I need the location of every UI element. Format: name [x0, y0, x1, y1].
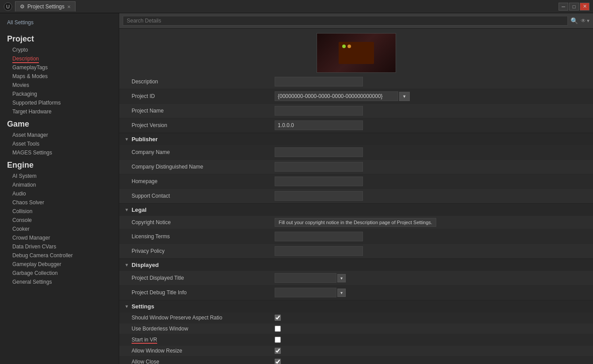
- allow-window-resize-checkbox[interactable]: [275, 348, 281, 354]
- company-name-label: Company Name: [125, 149, 275, 155]
- legal-section-label: Legal: [132, 206, 147, 213]
- project-id-input-row: ▾: [275, 91, 410, 101]
- project-settings-tab[interactable]: ⚙ Project Settings ✕: [15, 1, 76, 11]
- sidebar-item-asset-tools[interactable]: Asset Tools: [0, 139, 119, 148]
- sidebar-item-collision[interactable]: Collision: [0, 207, 119, 216]
- use-borderless-window-row: Use Borderless Window: [119, 323, 593, 334]
- sidebar-item-gameplaytags[interactable]: GameplayTags: [0, 63, 119, 72]
- use-borderless-window-value: [275, 326, 588, 332]
- allow-window-resize-value: [275, 348, 588, 354]
- sidebar: All Settings Project Crypto Description …: [0, 13, 119, 364]
- homepage-value: [275, 176, 588, 186]
- use-borderless-window-checkbox[interactable]: [275, 326, 281, 332]
- content-area: 🔍 👁 ▾ Description Project ID: [119, 13, 593, 364]
- privacy-policy-row: Privacy Policy: [119, 244, 593, 259]
- publisher-section-header[interactable]: ▼ Publisher: [119, 133, 593, 145]
- sidebar-item-cooker[interactable]: Cooker: [0, 225, 119, 233]
- description-label: Description: [125, 79, 275, 85]
- support-contact-input[interactable]: [275, 191, 363, 201]
- sidebar-item-animation[interactable]: Animation: [0, 180, 119, 189]
- project-displayed-title-label: Project Displayed Title: [125, 275, 275, 281]
- displayed-section-label: Displayed: [132, 262, 159, 268]
- start-in-vr-label: Start in VR: [125, 337, 275, 343]
- should-window-preserve-checkbox[interactable]: [275, 315, 281, 321]
- search-bar: 🔍 👁 ▾: [119, 13, 593, 29]
- sidebar-item-garbage-collection[interactable]: Garbage Collection: [0, 269, 119, 278]
- allow-close-checkbox[interactable]: [275, 359, 281, 364]
- homepage-input[interactable]: [275, 176, 363, 186]
- legal-section-header[interactable]: ▼ Legal: [119, 203, 593, 216]
- sidebar-item-description[interactable]: Description: [0, 54, 119, 63]
- settings-section-label: Settings: [132, 303, 154, 310]
- all-settings-link[interactable]: All Settings: [0, 18, 119, 27]
- sidebar-item-audio[interactable]: Audio: [0, 189, 119, 198]
- project-name-input[interactable]: [275, 106, 363, 116]
- company-dn-value: [275, 162, 588, 172]
- support-contact-label: Support Contact: [125, 193, 275, 199]
- sidebar-item-packaging[interactable]: Packaging: [0, 90, 119, 98]
- project-debug-title-dropdown[interactable]: ▾: [337, 289, 346, 297]
- project-id-dropdown-button[interactable]: ▾: [399, 92, 410, 101]
- project-group-title: Project: [0, 31, 119, 45]
- project-displayed-title-input[interactable]: [275, 273, 336, 283]
- gear-icon: ⚙: [20, 4, 25, 10]
- eye-button[interactable]: 👁 ▾: [581, 18, 589, 24]
- company-dn-input[interactable]: [275, 162, 363, 172]
- project-id-input[interactable]: [275, 91, 398, 101]
- project-name-label: Project Name: [125, 108, 275, 114]
- tab-label: Project Settings: [27, 4, 64, 10]
- tab-close-icon[interactable]: ✕: [67, 4, 71, 9]
- project-displayed-title-row: Project Displayed Title ▾: [119, 271, 593, 285]
- start-in-vr-text: Start in VR: [132, 337, 157, 343]
- publisher-section-label: Publisher: [132, 136, 158, 143]
- eye-dropdown-arrow: ▾: [587, 18, 589, 24]
- copyright-notice-row: Copyright Notice Fill out your copyright…: [119, 216, 593, 229]
- sidebar-item-crypto[interactable]: Crypto: [0, 45, 119, 54]
- licensing-terms-input[interactable]: [275, 232, 363, 241]
- sidebar-item-crowd-manager[interactable]: Crowd Manager: [0, 233, 119, 242]
- sidebar-item-movies[interactable]: Movies: [0, 81, 119, 90]
- search-input[interactable]: [123, 16, 568, 26]
- project-debug-title-value: ▾: [275, 288, 588, 297]
- thumb-image: [339, 42, 374, 64]
- privacy-policy-value: [275, 246, 588, 256]
- description-input[interactable]: [275, 77, 363, 86]
- project-id-value: ▾: [275, 91, 588, 101]
- project-displayed-title-value: ▾: [275, 273, 588, 283]
- settings-section-header[interactable]: ▼ Settings: [119, 300, 593, 312]
- start-in-vr-row: Start in VR: [119, 334, 593, 345]
- sidebar-item-target-hardware[interactable]: Target Hardware: [0, 107, 119, 116]
- project-debug-title-input-row: ▾: [275, 288, 346, 297]
- minimize-button[interactable]: ─: [559, 3, 568, 11]
- company-name-value: [275, 147, 588, 157]
- project-debug-title-input[interactable]: [275, 288, 336, 297]
- licensing-terms-value: [275, 232, 588, 241]
- sidebar-item-maps-modes[interactable]: Maps & Modes: [0, 72, 119, 81]
- project-version-input[interactable]: [275, 120, 363, 130]
- search-icon[interactable]: 🔍: [570, 17, 578, 24]
- thumb-dot-orange: [347, 45, 351, 48]
- start-in-vr-checkbox[interactable]: [275, 337, 281, 343]
- sidebar-item-ai-system[interactable]: AI System: [0, 172, 119, 180]
- should-window-preserve-label: Should Window Preserve Aspect Ratio: [125, 315, 275, 321]
- sidebar-item-chaos-solver[interactable]: Chaos Solver: [0, 198, 119, 207]
- sidebar-item-console[interactable]: Console: [0, 216, 119, 225]
- sidebar-item-asset-manager[interactable]: Asset Manager: [0, 131, 119, 139]
- sidebar-item-general-settings[interactable]: General Settings: [0, 278, 119, 286]
- licensing-terms-row: Licensing Terms: [119, 229, 593, 244]
- project-displayed-title-dropdown[interactable]: ▾: [337, 274, 346, 282]
- eye-icon: 👁: [581, 18, 586, 24]
- sidebar-item-gameplay-debugger[interactable]: Gameplay Debugger: [0, 260, 119, 269]
- close-button[interactable]: ✕: [580, 3, 589, 11]
- sidebar-item-mages-settings[interactable]: MAGES Settings: [0, 148, 119, 157]
- sidebar-item-debug-camera[interactable]: Debug Camera Controller: [0, 251, 119, 260]
- sidebar-item-supported-platforms[interactable]: Supported Platforms: [0, 98, 119, 107]
- company-name-input[interactable]: [275, 147, 363, 157]
- settings-collapse-arrow: ▼: [125, 304, 129, 309]
- sidebar-item-data-driven-cvars[interactable]: Data Driven CVars: [0, 242, 119, 251]
- displayed-section-header[interactable]: ▼ Displayed: [119, 259, 593, 271]
- maximize-button[interactable]: □: [569, 3, 579, 11]
- privacy-policy-label: Privacy Policy: [125, 248, 275, 254]
- support-contact-row: Support Contact: [119, 189, 593, 203]
- privacy-policy-input[interactable]: [275, 246, 363, 256]
